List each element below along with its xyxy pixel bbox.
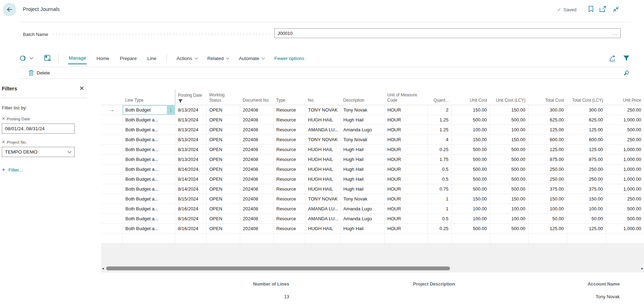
table-row[interactable]: Both Budget a...8/13/2024OPEN202408Resou… [101,125,644,134]
cell-unit_price[interactable]: 1,000.00 [606,115,644,125]
cell-no[interactable]: AMANDA LU... [305,214,340,223]
column-header-no[interactable]: No. [305,89,340,105]
horizontal-scrollbar[interactable]: ◂ ▸ [102,266,643,271]
cell-line_type[interactable]: Both Budget a... [122,125,175,134]
cell-line_type[interactable]: Both Budget⋮ [122,105,175,115]
remove-filter-icon[interactable]: ✕ [2,116,5,121]
cell-line_type[interactable]: Both Budget a... [122,174,175,184]
cell-no[interactable]: AMANDA LU... [305,125,340,134]
column-header-unit_price[interactable]: Unit Price [606,89,644,105]
cell-description[interactable]: Tony Novak [340,105,384,115]
fewer-options-button[interactable]: Fewer options [274,56,304,61]
cell-quantity[interactable]: 0.5 [427,164,451,174]
cell-no[interactable]: HUGH HAIL [305,223,340,233]
cell-no[interactable]: AMANDA LU... [305,204,340,214]
column-header-document_no[interactable]: Document No. [240,89,273,105]
cell-quantity[interactable]: 1.25 [427,125,451,134]
cell-line_type[interactable]: Both Budget a... [122,223,175,233]
tab-manage[interactable]: Manage [68,53,87,64]
cell-description[interactable]: Hugh Hail [340,223,384,233]
cell-posting_date[interactable]: 8/16/2024 [175,204,206,214]
cell-no[interactable]: TONY NOVAK [305,105,340,115]
cell-unit_cost[interactable]: 500.00 [451,154,490,164]
cell-total_cost[interactable]: 600.00 [528,134,567,144]
column-header-worklog_status[interactable]: Worklog Status [206,89,240,105]
cell-description[interactable]: Hugh Hail [340,174,384,184]
cell-unit_cost[interactable]: 100.00 [451,214,490,223]
remove-filter-icon[interactable]: ✕ [2,140,5,144]
table-row[interactable]: Both Budget a...8/13/2024OPEN202408Resou… [101,134,644,144]
cell-document_no[interactable]: 202408 [240,144,273,154]
row-marker-cell[interactable] [101,154,122,164]
cell-posting_date[interactable]: 8/13/2024 [175,144,206,154]
cell-worklog_status[interactable]: OPEN [206,164,240,174]
table-row[interactable]: Both Budget a...8/16/2024OPEN202408Resou… [101,214,644,223]
open-in-new-window-icon[interactable] [600,6,607,12]
cell-worklog_status[interactable]: OPEN [206,105,240,115]
delete-button[interactable]: Delete [29,70,50,76]
cell-total_cost[interactable]: 50.00 [528,214,567,223]
cell-worklog_status[interactable]: OPEN [206,174,240,184]
cell-type[interactable]: Resource [273,204,305,214]
cell-no[interactable]: HUGH HAIL [305,164,340,174]
scroll-right-icon[interactable]: ▸ [639,266,643,271]
column-header-unit_cost[interactable]: Unit Cost [451,89,490,105]
cell-total_cost_lcy[interactable]: 50.00 [567,214,606,223]
cell-unit_cost[interactable]: 100.00 [451,125,490,134]
column-header-type[interactable]: Type [273,89,305,105]
scrollbar-track[interactable] [106,266,639,270]
cell-uom[interactable]: HOUR [384,164,427,174]
column-header-total_cost[interactable]: Total Cost [528,89,567,105]
cell-no[interactable]: HUGH HAIL [305,174,340,184]
cell-unit_price[interactable]: 500.00 [606,204,644,214]
cell-total_cost[interactable]: 875.00 [528,154,567,164]
cell-quantity[interactable]: 0.75 [427,184,451,194]
table-row[interactable]: Both Budget a...8/16/2024OPEN202408Resou… [101,223,644,233]
cell-quantity[interactable]: 2 [427,105,451,115]
cell-type[interactable]: Resource [273,194,305,204]
cell-unit_cost[interactable]: 500.00 [451,223,490,233]
cell-uom[interactable]: HOUR [384,174,427,184]
cell-line_type[interactable]: Both Budget a... [122,144,175,154]
cell-worklog_status[interactable]: OPEN [206,115,240,125]
table-row[interactable]: Both Budget a...8/15/2024OPEN202408Resou… [101,194,644,204]
cell-description[interactable]: Hugh Hail [340,144,384,154]
table-row[interactable]: →Both Budget⋮8/13/2024OPEN202408Resource… [101,105,644,115]
chevron-down-icon[interactable] [29,57,34,60]
cell-document_no[interactable] [240,233,273,243]
cell-worklog_status[interactable]: OPEN [206,134,240,144]
cell-quantity[interactable]: 0.25 [427,144,451,154]
cell-document_no[interactable]: 202408 [240,134,273,144]
cell-posting_date[interactable]: 8/13/2024 [175,125,206,134]
cell-quantity[interactable]: 1.75 [427,154,451,164]
cell-line_type[interactable]: Both Budget a... [122,194,175,204]
cell-no[interactable]: HUGH HAIL [305,115,340,125]
cell-unit_cost[interactable]: 150.00 [451,194,490,204]
cell-worklog_status[interactable]: OPEN [206,204,240,214]
cell-quantity[interactable] [427,233,451,243]
cell-description[interactable]: Tony Novak [340,194,384,204]
cell-unit_price[interactable]: 500.00 [606,214,644,223]
back-button[interactable] [3,3,16,16]
column-header-posting_date[interactable]: Posting Date [175,89,206,105]
row-marker-cell[interactable] [101,233,122,243]
cell-quantity[interactable]: 0.25 [427,223,451,233]
column-header-uom[interactable]: Unit of Measure Code [384,89,427,105]
cell-document_no[interactable]: 202408 [240,164,273,174]
cell-no[interactable]: TONY NOVAK [305,194,340,204]
cell-unit_price[interactable]: 1,000.00 [606,223,644,233]
cell-no[interactable]: HUGH HAIL [305,144,340,154]
cell-no[interactable]: HUGH HAIL [305,154,340,164]
menu-actions[interactable]: Actions [176,56,198,61]
cell-line_type[interactable]: Both Budget a... [122,154,175,164]
cell-total_cost[interactable]: 300.00 [528,105,567,115]
cell-unit_cost[interactable]: 500.00 [451,174,490,184]
cell-uom[interactable] [384,233,427,243]
cell-uom[interactable]: HOUR [384,125,427,134]
cell-quantity[interactable]: 0.5 [427,174,451,184]
cell-unit_price[interactable]: 1,000.00 [606,144,644,154]
cell-unit_cost[interactable]: 500.00 [451,184,490,194]
cell-document_no[interactable]: 202408 [240,154,273,164]
cell-unit_price[interactable]: 500.00 [606,125,644,134]
cell-uom[interactable]: HOUR [384,214,427,223]
